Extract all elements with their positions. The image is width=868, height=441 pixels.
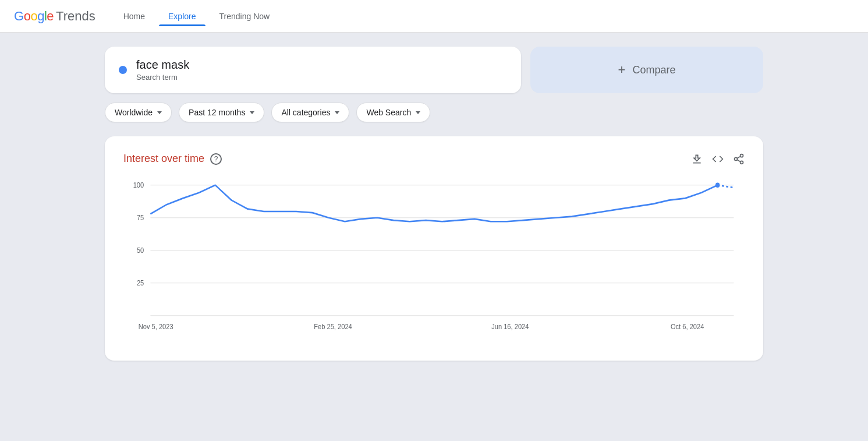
search-term-type: Search term bbox=[136, 73, 189, 82]
svg-text:100: 100 bbox=[133, 181, 144, 189]
chart-help-icon[interactable]: ? bbox=[210, 153, 222, 165]
svg-point-2 bbox=[741, 161, 743, 164]
chart-download-button[interactable] bbox=[691, 153, 703, 165]
svg-text:50: 50 bbox=[137, 246, 144, 255]
compare-plus-icon: + bbox=[618, 62, 626, 77]
search-type-filter-label: Web Search bbox=[366, 108, 411, 117]
chart-title-row: Interest over time ? bbox=[123, 153, 222, 165]
time-filter-label: Past 12 months bbox=[189, 108, 245, 117]
svg-point-1 bbox=[735, 157, 738, 160]
search-type-filter[interactable]: Web Search bbox=[356, 103, 430, 122]
category-filter-label: All categories bbox=[281, 108, 330, 117]
time-filter-chevron bbox=[250, 111, 254, 114]
trend-line-dotted bbox=[718, 185, 734, 188]
svg-line-3 bbox=[737, 160, 741, 161]
compare-label: Compare bbox=[632, 64, 675, 76]
region-filter[interactable]: Worldwide bbox=[105, 103, 172, 122]
svg-text:25: 25 bbox=[137, 278, 144, 287]
chart-container: 100 75 50 25 Nov 5, 2023 Feb 25, 2024 Ju… bbox=[123, 179, 745, 344]
trend-line bbox=[150, 185, 717, 221]
header: Google Trends Home Explore Trending Now bbox=[0, 0, 868, 33]
main-content: face mask Search term + Compare Worldwid… bbox=[0, 33, 868, 375]
svg-text:75: 75 bbox=[137, 213, 144, 222]
chart-header: Interest over time ? bbox=[123, 153, 745, 165]
search-dot-indicator bbox=[119, 66, 127, 74]
search-compare-row: face mask Search term + Compare bbox=[105, 47, 763, 93]
region-filter-label: Worldwide bbox=[115, 108, 153, 117]
nav-explore[interactable]: Explore bbox=[159, 7, 205, 26]
trend-end-dot bbox=[715, 182, 720, 188]
chart-embed-button[interactable] bbox=[712, 153, 724, 165]
google-wordmark: Google bbox=[14, 9, 54, 24]
filters-row: Worldwide Past 12 months All categories … bbox=[105, 103, 763, 122]
chart-actions bbox=[691, 153, 745, 165]
region-filter-chevron bbox=[157, 111, 162, 114]
search-term-text: face mask bbox=[136, 58, 189, 72]
chart-svg: 100 75 50 25 Nov 5, 2023 Feb 25, 2024 Ju… bbox=[123, 179, 745, 342]
category-filter-chevron bbox=[335, 111, 339, 114]
svg-text:Nov 5, 2023: Nov 5, 2023 bbox=[139, 323, 173, 331]
interest-over-time-card: Interest over time ? bbox=[105, 136, 763, 361]
svg-text:Feb 25, 2024: Feb 25, 2024 bbox=[314, 323, 352, 331]
google-trends-logo[interactable]: Google Trends bbox=[14, 9, 95, 24]
nav-home[interactable]: Home bbox=[114, 7, 154, 26]
main-nav: Home Explore Trending Now bbox=[114, 7, 279, 26]
svg-line-4 bbox=[737, 156, 741, 158]
nav-trending-now[interactable]: Trending Now bbox=[210, 7, 279, 26]
time-filter[interactable]: Past 12 months bbox=[179, 103, 264, 122]
category-filter[interactable]: All categories bbox=[271, 103, 349, 122]
search-term-card: face mask Search term bbox=[105, 47, 521, 93]
chart-share-button[interactable] bbox=[733, 153, 745, 165]
chart-title: Interest over time bbox=[123, 153, 204, 165]
search-type-filter-chevron bbox=[416, 111, 420, 114]
search-term-info: face mask Search term bbox=[136, 58, 189, 82]
svg-point-0 bbox=[741, 154, 743, 157]
svg-text:Oct 6, 2024: Oct 6, 2024 bbox=[671, 323, 704, 331]
compare-card[interactable]: + Compare bbox=[530, 47, 763, 93]
svg-text:Jun 16, 2024: Jun 16, 2024 bbox=[491, 323, 529, 331]
trends-wordmark: Trends bbox=[56, 9, 95, 24]
